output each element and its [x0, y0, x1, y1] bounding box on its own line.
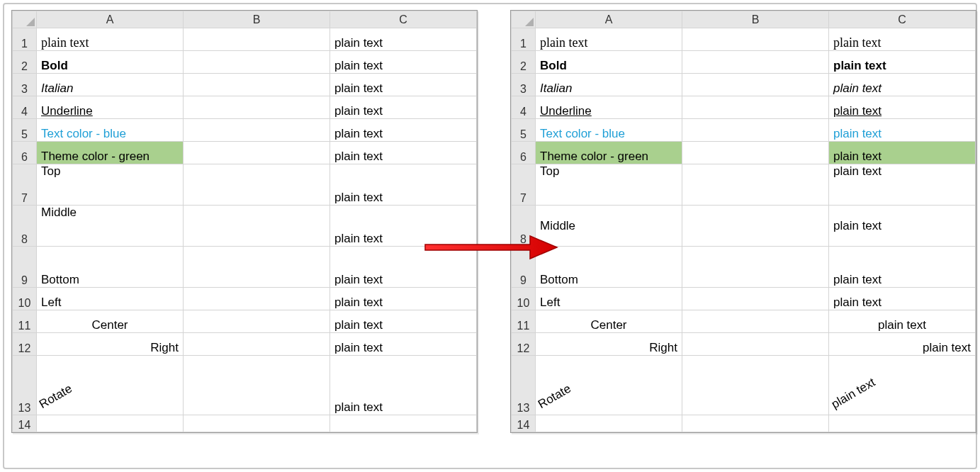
cell-A14[interactable] [37, 415, 184, 432]
row-header[interactable]: 3 [512, 74, 536, 96]
cell-B5[interactable] [682, 119, 829, 142]
cell-B1[interactable] [184, 28, 330, 51]
row-header[interactable]: 9 [512, 247, 536, 288]
cell-A5[interactable]: Text color - blue [37, 119, 184, 142]
row-header[interactable]: 11 [512, 310, 536, 333]
cell-A8[interactable]: Middle [37, 206, 184, 247]
cell-C4[interactable]: plain text [330, 96, 477, 119]
col-B[interactable]: B [184, 11, 330, 28]
cell-B10[interactable] [682, 288, 829, 310]
cell-A10[interactable]: Left [536, 288, 682, 310]
cell-C3[interactable]: plain text [330, 74, 477, 96]
cell-B3[interactable] [682, 74, 829, 96]
cell-C8[interactable]: plain text [829, 206, 976, 247]
col-C[interactable]: C [330, 11, 477, 28]
cell-C12[interactable]: plain text [829, 333, 976, 356]
cell-C8[interactable]: plain text [330, 206, 477, 247]
row-header[interactable]: 10 [512, 288, 536, 310]
col-A[interactable]: A [37, 11, 184, 28]
cell-B1[interactable] [682, 28, 829, 51]
cell-B12[interactable] [184, 333, 330, 356]
cell-B5[interactable] [184, 119, 330, 142]
cell-C14[interactable] [829, 415, 976, 432]
cell-A4[interactable]: Underline [37, 96, 184, 119]
cell-B7[interactable] [682, 164, 829, 206]
cell-A11[interactable]: Center [536, 310, 682, 333]
row-header[interactable]: 14 [13, 415, 37, 432]
cell-B8[interactable] [184, 206, 330, 247]
cell-A3[interactable]: Italian [536, 74, 682, 96]
cell-A12[interactable]: Right [37, 333, 184, 356]
row-header[interactable]: 5 [512, 119, 536, 142]
cell-A6[interactable]: Theme color - green [536, 142, 682, 164]
row-header[interactable]: 12 [512, 333, 536, 356]
cell-B2[interactable] [682, 51, 829, 74]
col-A[interactable]: A [536, 11, 682, 28]
cell-B11[interactable] [184, 310, 330, 333]
cell-A11[interactable]: Center [37, 310, 184, 333]
cell-C1[interactable]: plain text [829, 28, 976, 51]
cell-C2[interactable]: plain text [330, 51, 477, 74]
cell-B7[interactable] [184, 164, 330, 206]
cell-B10[interactable] [184, 288, 330, 310]
cell-C1[interactable]: plain text [330, 28, 477, 51]
cell-B2[interactable] [184, 51, 330, 74]
row-header[interactable]: 4 [13, 96, 37, 119]
cell-C9[interactable]: plain text [829, 247, 976, 288]
row-header[interactable]: 10 [13, 288, 37, 310]
cell-B9[interactable] [682, 247, 829, 288]
row-header[interactable]: 2 [512, 51, 536, 74]
row-header[interactable]: 12 [13, 333, 37, 356]
cell-A9[interactable]: Bottom [536, 247, 682, 288]
cell-A13[interactable]: Rotate [536, 356, 682, 415]
cell-A3[interactable]: Italian [37, 74, 184, 96]
cell-C7[interactable]: plain text [330, 164, 477, 206]
cell-C5[interactable]: plain text [330, 119, 477, 142]
cell-C7[interactable]: plain text [829, 164, 976, 206]
cell-A5[interactable]: Text color - blue [536, 119, 682, 142]
cell-A14[interactable] [536, 415, 682, 432]
cell-A1[interactable]: plain text [536, 28, 682, 51]
cell-B6[interactable] [682, 142, 829, 164]
cell-A13[interactable]: Rotate [37, 356, 184, 415]
cell-A2[interactable]: Bold [536, 51, 682, 74]
cell-A7[interactable]: Top [37, 164, 184, 206]
cell-C11[interactable]: plain text [330, 310, 477, 333]
cell-C4[interactable]: plain text [829, 96, 976, 119]
row-header[interactable]: 7 [13, 164, 37, 206]
cell-B12[interactable] [682, 333, 829, 356]
cell-A4[interactable]: Underline [536, 96, 682, 119]
cell-B3[interactable] [184, 74, 330, 96]
cell-B11[interactable] [682, 310, 829, 333]
select-all-corner[interactable] [512, 11, 536, 28]
cell-C13[interactable]: plain text [829, 356, 976, 415]
col-C[interactable]: C [829, 11, 976, 28]
col-B[interactable]: B [682, 11, 829, 28]
cell-B13[interactable] [184, 356, 330, 415]
cell-C12[interactable]: plain text [330, 333, 477, 356]
cell-A2[interactable]: Bold [37, 51, 184, 74]
row-header[interactable]: 8 [13, 206, 37, 247]
row-header[interactable]: 13 [512, 356, 536, 415]
row-header[interactable]: 6 [512, 142, 536, 164]
cell-B13[interactable] [682, 356, 829, 415]
cell-A7[interactable]: Top [536, 164, 682, 206]
cell-A9[interactable]: Bottom [37, 247, 184, 288]
row-header[interactable]: 1 [512, 28, 536, 51]
row-header[interactable]: 14 [512, 415, 536, 432]
cell-A6[interactable]: Theme color - green [37, 142, 184, 164]
row-header[interactable]: 5 [13, 119, 37, 142]
select-all-corner[interactable] [13, 11, 37, 28]
cell-B14[interactable] [682, 415, 829, 432]
cell-C10[interactable]: plain text [330, 288, 477, 310]
cell-B8[interactable] [682, 206, 829, 247]
cell-A12[interactable]: Right [536, 333, 682, 356]
row-header[interactable]: 4 [512, 96, 536, 119]
row-header[interactable]: 2 [13, 51, 37, 74]
cell-A8[interactable]: Middle [536, 206, 682, 247]
cell-C9[interactable]: plain text [330, 247, 477, 288]
cell-C3[interactable]: plain text [829, 74, 976, 96]
grid-before[interactable]: A B C 1 plain text plain text 2 Bold pla… [12, 11, 477, 432]
cell-B9[interactable] [184, 247, 330, 288]
row-header[interactable]: 3 [13, 74, 37, 96]
